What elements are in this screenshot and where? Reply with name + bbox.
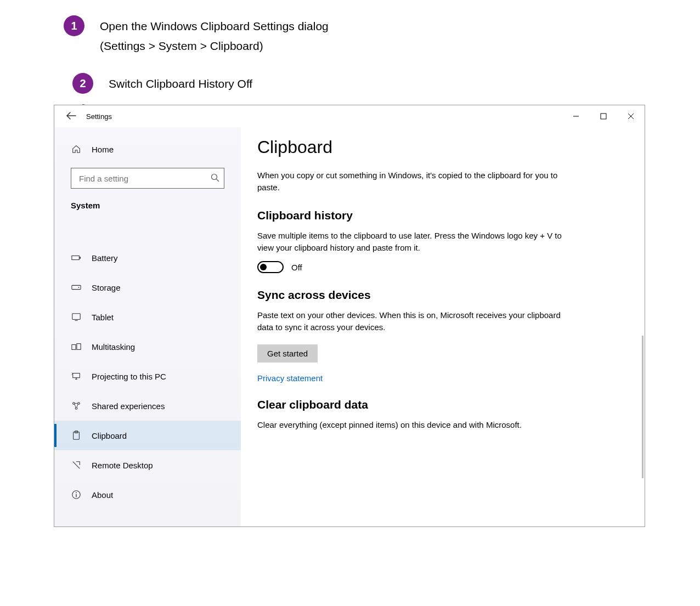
instruction-2-text: Switch Clipboard History Off — [109, 73, 252, 94]
clear-desc: Clear everything (except pinned items) o… — [257, 419, 564, 431]
sidebar-item-clipboard[interactable]: Clipboard — [54, 421, 241, 450]
toggle-knob — [260, 264, 267, 270]
sidebar-category: System — [54, 193, 241, 221]
page-heading: Clipboard — [257, 137, 623, 157]
svg-point-7 — [78, 287, 80, 288]
svg-rect-10 — [72, 345, 76, 350]
step-badge-2: 2 — [72, 73, 93, 94]
minimize-button[interactable] — [562, 105, 590, 127]
sidebar-item-label: About — [92, 490, 113, 500]
instruction-step-1: 1 Open the Windows Clipboard Settings di… — [64, 15, 678, 55]
tablet-icon — [71, 312, 82, 322]
svg-rect-6 — [72, 286, 81, 290]
svg-rect-1 — [601, 114, 606, 119]
history-heading: Clipboard history — [257, 209, 623, 222]
search-input-wrap[interactable] — [71, 168, 224, 189]
svg-rect-12 — [73, 373, 80, 378]
sidebar-home-label: Home — [92, 145, 114, 154]
sidebar-item-label: Storage — [92, 283, 121, 292]
svg-rect-4 — [72, 256, 80, 260]
settings-content: Clipboard When you copy or cut something… — [241, 127, 645, 526]
settings-sidebar: Home System BatteryStorageTabletMultitas… — [54, 127, 241, 526]
maximize-button[interactable] — [590, 105, 617, 127]
history-toggle[interactable] — [257, 261, 284, 273]
svg-point-15 — [75, 407, 77, 410]
sidebar-item-storage[interactable]: Storage — [54, 273, 241, 302]
search-icon — [211, 173, 219, 184]
remote-icon — [71, 460, 82, 470]
sidebar-item-battery[interactable]: Battery — [54, 243, 241, 273]
shared-icon — [71, 401, 82, 411]
clipboard-intro: When you copy or cut something in Window… — [257, 169, 564, 194]
instruction-1-line2: (Settings > System > Clipboard) — [100, 36, 329, 56]
get-started-button[interactable]: Get started — [257, 344, 318, 363]
sync-desc: Paste text on your other devices. When t… — [257, 309, 564, 333]
sidebar-item-label: Clipboard — [92, 431, 127, 440]
sidebar-item-label: Battery — [92, 253, 118, 263]
back-button[interactable] — [62, 109, 81, 124]
window-title: Settings — [86, 112, 562, 121]
svg-rect-8 — [72, 314, 80, 320]
svg-point-13 — [73, 403, 75, 405]
home-icon — [71, 144, 82, 154]
sidebar-item-tablet[interactable]: Tablet — [54, 302, 241, 332]
close-button[interactable] — [617, 105, 645, 127]
sidebar-item-label: Shared experiences — [92, 401, 165, 411]
svg-point-2 — [212, 174, 217, 179]
storage-icon — [71, 282, 82, 292]
sidebar-item-about[interactable]: About — [54, 480, 241, 509]
svg-point-14 — [78, 403, 80, 405]
window-titlebar: Settings — [54, 105, 645, 127]
sidebar-item-label: Projecting to this PC — [92, 372, 166, 381]
instruction-step-2: 2 Switch Clipboard History Off — [72, 73, 678, 94]
clear-heading: Clear clipboard data — [257, 398, 623, 411]
content-scrollbar[interactable] — [642, 336, 643, 478]
history-desc: Save multiple items to the clipboard to … — [257, 230, 564, 254]
svg-rect-11 — [77, 344, 81, 350]
project-icon — [71, 371, 82, 381]
multitask-icon — [71, 342, 82, 352]
step-badge-1: 1 — [64, 15, 84, 36]
instruction-1-line1: Open the Windows Clipboard Settings dial… — [100, 16, 329, 36]
settings-window: Settings Home — [54, 105, 645, 527]
instruction-1-text: Open the Windows Clipboard Settings dial… — [100, 15, 329, 55]
sidebar-item-label: Multitasking — [92, 342, 135, 352]
svg-point-20 — [76, 492, 77, 494]
sidebar-item-label: Remote Desktop — [92, 461, 153, 470]
sync-heading: Sync across devices — [257, 288, 623, 302]
privacy-link[interactable]: Privacy statement — [257, 373, 323, 383]
about-icon — [71, 490, 82, 500]
svg-line-3 — [217, 179, 219, 182]
sidebar-item-shared[interactable]: Shared experiences — [54, 391, 241, 421]
sidebar-item-label: Tablet — [92, 313, 114, 322]
sidebar-home[interactable]: Home — [54, 136, 241, 162]
sidebar-item-multitask[interactable]: Multitasking — [54, 332, 241, 361]
history-toggle-label: Off — [291, 263, 302, 272]
sidebar-item-project[interactable]: Projecting to this PC — [54, 361, 241, 391]
search-input[interactable] — [78, 173, 211, 184]
battery-icon — [71, 253, 82, 263]
clipboard-icon — [71, 431, 82, 440]
sidebar-item-remote[interactable]: Remote Desktop — [54, 450, 241, 480]
svg-rect-5 — [80, 257, 81, 259]
